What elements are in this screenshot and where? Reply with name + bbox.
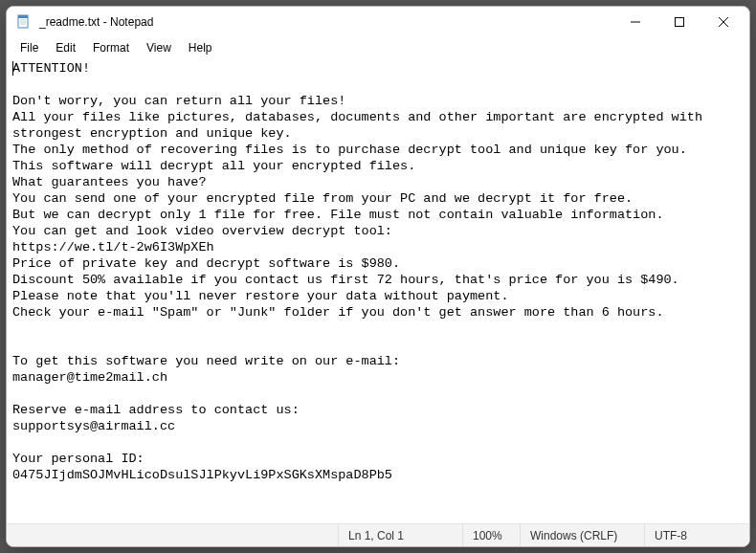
menu-file[interactable]: File: [12, 39, 46, 56]
document-text: ATTENTION! Don't worry, you can return a…: [12, 61, 710, 482]
minimize-button[interactable]: [613, 7, 657, 37]
svg-rect-1: [18, 15, 28, 18]
status-spacer: [7, 524, 338, 546]
text-area[interactable]: ATTENTION! Don't worry, you can return a…: [7, 58, 749, 523]
menubar: File Edit Format View Help: [7, 37, 749, 58]
menu-edit[interactable]: Edit: [48, 39, 83, 56]
status-encoding: UTF-8: [644, 524, 749, 546]
window-controls: [613, 7, 745, 37]
status-line-ending: Windows (CRLF): [520, 524, 644, 546]
status-position: Ln 1, Col 1: [338, 524, 462, 546]
status-zoom: 100%: [462, 524, 520, 546]
menu-format[interactable]: Format: [85, 39, 137, 56]
maximize-button[interactable]: [657, 7, 701, 37]
svg-rect-6: [676, 18, 684, 27]
menu-help[interactable]: Help: [181, 39, 220, 56]
window-title: _readme.txt - Notepad: [39, 15, 613, 29]
statusbar: Ln 1, Col 1 100% Windows (CRLF) UTF-8: [7, 523, 749, 546]
notepad-window: _readme.txt - Notepad File Edit Format V…: [6, 6, 750, 547]
close-button[interactable]: [701, 7, 745, 37]
menu-view[interactable]: View: [139, 39, 179, 56]
notepad-icon: [16, 14, 32, 30]
titlebar[interactable]: _readme.txt - Notepad: [7, 7, 749, 37]
